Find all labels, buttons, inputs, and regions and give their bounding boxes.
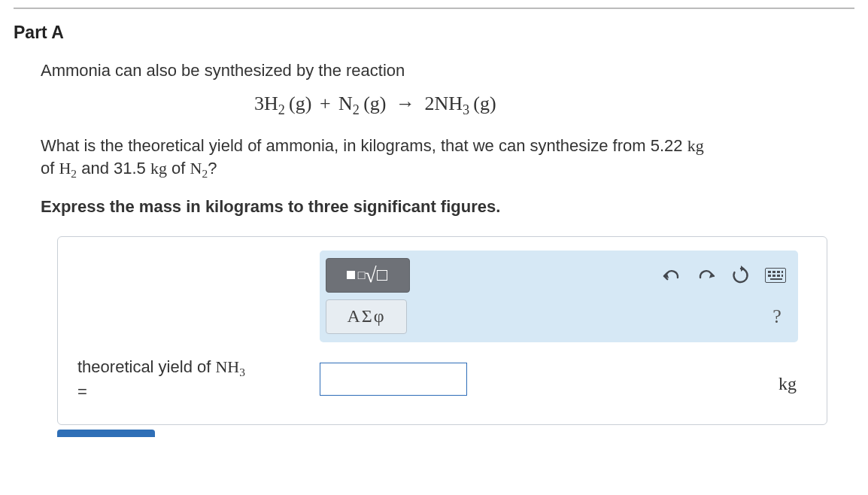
- and-text: and: [77, 159, 114, 178]
- toolbar-row-2: ΑΣφ ?: [326, 299, 792, 335]
- answer-species-sub: 3: [239, 366, 245, 378]
- answer-label: theoretical yield of NH3 =: [71, 356, 320, 403]
- answer-species-base: NH: [215, 357, 239, 376]
- answer-input[interactable]: [320, 363, 467, 396]
- question-lead: What is the theoretical yield of ammonia…: [41, 136, 651, 155]
- unit-kg-1: kg: [687, 136, 704, 155]
- part-heading: Part A: [14, 23, 854, 43]
- reaction-equation: 3H2 (g) + N2 (g) → 2NH3 (g): [14, 93, 854, 118]
- redo-button[interactable]: [691, 260, 721, 290]
- symbols-button[interactable]: ΑΣφ: [326, 299, 407, 334]
- radical-icon: □√: [347, 263, 388, 287]
- coef-nh3: 2: [424, 93, 434, 114]
- q-sp1-base: H: [59, 159, 71, 178]
- keyboard-icon: [765, 268, 786, 283]
- species-n2-base: N: [338, 93, 353, 114]
- undo-icon: [662, 267, 681, 284]
- answer-row: theoretical yield of NH3 =: [71, 356, 813, 403]
- templates-button[interactable]: □√: [326, 258, 410, 293]
- svg-marker-2: [741, 266, 745, 272]
- answer-label-prefix: theoretical yield of: [77, 357, 215, 376]
- answer-equals: =: [77, 382, 87, 401]
- question-text: What is the theoretical yield of ammonia…: [41, 135, 854, 182]
- species-nh3-sub: 3: [463, 102, 469, 117]
- intro-text: Ammonia can also be synthesized by the r…: [41, 59, 854, 82]
- coef-3h2: 3: [254, 93, 264, 114]
- species-n2-sub: 2: [353, 102, 360, 117]
- instruction-text: Express the mass in kilograms to three s…: [41, 197, 854, 217]
- reset-icon: [731, 266, 751, 285]
- species-h2-sub: 2: [278, 102, 285, 117]
- species-h2-base: H: [264, 93, 278, 114]
- mass-n2: 31.5: [114, 159, 146, 178]
- answer-unit: kg: [778, 374, 797, 394]
- reset-button[interactable]: [726, 260, 756, 290]
- question-mark: ?: [208, 159, 217, 178]
- answer-panel: □√: [57, 236, 827, 425]
- of-text-2: of: [167, 159, 190, 178]
- greek-symbols-label: ΑΣφ: [347, 306, 385, 326]
- state-n2: (g): [363, 93, 386, 114]
- question-container: Part A Ammonia can also be synthesized b…: [0, 9, 868, 437]
- of-text-1: of: [41, 159, 59, 178]
- q-sp2-sub: 2: [202, 167, 208, 180]
- species-nh3-base: NH: [434, 93, 463, 114]
- mass-h2: 5.22: [651, 136, 683, 155]
- submit-button-partial[interactable]: [57, 430, 155, 437]
- q-sp1-sub: 2: [71, 167, 77, 180]
- unit-kg-2: kg: [150, 159, 167, 178]
- state-nh3: (g): [473, 93, 496, 114]
- help-button[interactable]: ?: [762, 305, 792, 328]
- toolbar-row-1: □√: [326, 257, 792, 294]
- plus-sign: +: [320, 93, 331, 114]
- undo-button[interactable]: [657, 260, 687, 290]
- state-h2: (g): [289, 93, 311, 114]
- q-sp2-base: N: [190, 159, 202, 178]
- equation-toolbar: □√: [320, 251, 798, 342]
- keyboard-button[interactable]: [760, 260, 791, 290]
- arrow-icon: →: [396, 93, 415, 114]
- redo-icon: [697, 267, 716, 284]
